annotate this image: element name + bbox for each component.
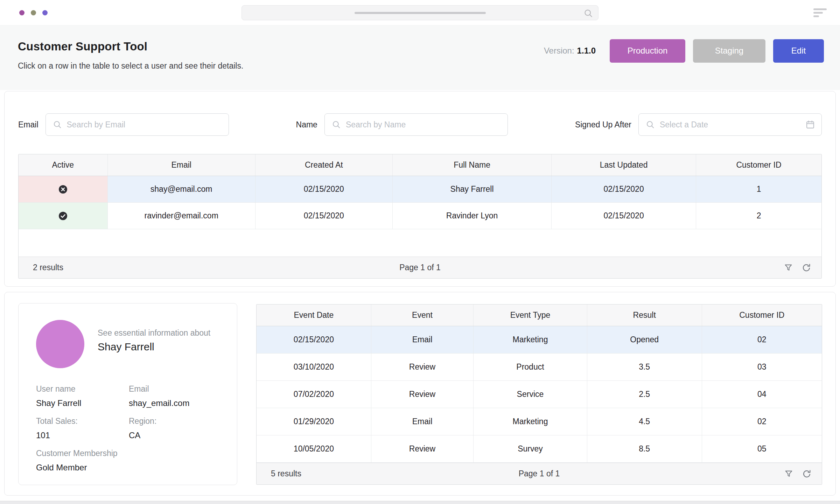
page-indicator: Page 1 of 1 [19, 263, 821, 272]
cell-active [19, 203, 108, 229]
date-input[interactable] [660, 120, 800, 130]
cell-result: 2.5 [587, 381, 702, 408]
field-label: Region: [129, 416, 223, 426]
user-card-name: Shay Farrell [98, 341, 210, 353]
email-search-input[interactable] [67, 120, 222, 130]
events-table-header: Event Date Event Event Type Result Custo… [257, 304, 822, 326]
table-row[interactable]: 07/02/2020 Review Service 2.5 04 [257, 381, 822, 408]
cell-event: Review [371, 354, 474, 380]
staging-button[interactable]: Staging [693, 39, 765, 63]
search-icon[interactable] [583, 8, 593, 18]
field-value: shay_email.com [129, 398, 223, 408]
column-header-active[interactable]: Active [19, 154, 108, 176]
cell-full-name: Shay Farrell [393, 176, 552, 202]
window-control-dot[interactable] [42, 10, 48, 15]
cell-email: ravinder@email.com [108, 203, 255, 229]
cell-customer-id: 04 [702, 381, 822, 408]
refresh-icon[interactable] [802, 263, 811, 272]
table-row[interactable]: 10/05/2020 Review Survey 8.5 05 [257, 435, 822, 463]
table-row[interactable]: ravinder@email.com 02/15/2020 Ravinder L… [19, 203, 821, 229]
users-table-header: Active Email Created At Full Name Last U… [19, 154, 821, 176]
edit-button[interactable]: Edit [773, 39, 824, 63]
layout-menu-icon[interactable] [813, 8, 827, 17]
field-total-sales: Total Sales: 101 [36, 416, 129, 440]
user-card-intro: See essential information about [98, 328, 210, 338]
cell-result: Opened [587, 326, 702, 353]
user-card-intro-block: See essential information about Shay Far… [98, 328, 210, 368]
browser-address-bar[interactable] [241, 5, 598, 20]
cell-event: Email [371, 408, 474, 435]
cell-event: Email [371, 326, 474, 353]
avatar [36, 320, 84, 368]
cell-active [19, 176, 108, 202]
search-icon [332, 120, 341, 129]
column-header-last-updated[interactable]: Last Updated [552, 154, 696, 176]
cell-customer-id: 1 [696, 176, 821, 202]
field-label: Email [129, 384, 223, 394]
screen: Customer Support Tool Click on a row in … [0, 0, 840, 504]
events-table: Event Date Event Event Type Result Custo… [256, 304, 822, 485]
cell-customer-id: 02 [702, 408, 822, 435]
column-header-event-date[interactable]: Event Date [257, 304, 371, 326]
cell-last-updated: 02/15/2020 [552, 203, 696, 229]
table-row[interactable]: 01/29/2020 Email Marketing 4.5 02 [257, 408, 822, 435]
filter-icon[interactable] [784, 263, 793, 272]
cell-customer-id: 05 [702, 435, 822, 462]
column-header-created-at[interactable]: Created At [255, 154, 393, 176]
user-details-grid: User name Shay Farrell Email shay_email.… [36, 384, 223, 472]
app-header: Customer Support Tool Click on a row in … [0, 26, 840, 90]
field-value: CA [129, 430, 223, 440]
column-header-full-name[interactable]: Full Name [393, 154, 552, 176]
name-filter: Name [296, 113, 508, 136]
column-header-result[interactable]: Result [587, 304, 702, 326]
cell-result: 4.5 [587, 408, 702, 435]
column-header-customer-id[interactable]: Customer ID [702, 304, 822, 326]
check-circle-icon [58, 211, 68, 221]
page-subtitle: Click on a row in the table to select a … [18, 61, 243, 71]
filter-icon[interactable] [784, 469, 793, 478]
table-empty-area [19, 229, 821, 257]
cell-result: 8.5 [587, 435, 702, 462]
column-header-email[interactable]: Email [108, 154, 255, 176]
refresh-icon[interactable] [802, 469, 811, 478]
field-membership: Customer Membership Gold Member [36, 449, 223, 472]
column-header-customer-id[interactable]: Customer ID [696, 154, 821, 176]
window-control-dot[interactable] [19, 10, 24, 15]
header-actions: Version:1.1.0 Production Staging Edit [544, 39, 824, 63]
email-filter: Email [18, 113, 229, 136]
field-label: User name [36, 384, 129, 394]
field-value: Gold Member [36, 463, 223, 472]
filters-row: Email Name [18, 113, 822, 136]
name-search-input[interactable] [346, 120, 501, 130]
cell-event-date: 07/02/2020 [257, 381, 371, 408]
cell-event-date: 10/05/2020 [257, 435, 371, 462]
date-search-box[interactable] [638, 113, 822, 136]
name-search-box[interactable] [324, 113, 508, 136]
cell-last-updated: 02/15/2020 [552, 176, 696, 202]
column-header-event[interactable]: Event [371, 304, 474, 326]
table-row[interactable]: 03/10/2020 Review Product 3.5 03 [257, 354, 822, 381]
cell-email: shay@email.com [108, 176, 255, 202]
email-search-box[interactable] [46, 113, 229, 136]
cell-event-type: Service [474, 381, 587, 408]
details-panel: See essential information about Shay Far… [4, 292, 836, 496]
cell-customer-id: 2 [696, 203, 821, 229]
page-bottom-edge [0, 501, 840, 504]
field-value: Shay Farrell [36, 398, 129, 408]
menu-bar [813, 12, 823, 14]
menu-bar [813, 15, 819, 17]
production-button[interactable]: Production [610, 39, 685, 63]
users-table: Active Email Created At Full Name Last U… [18, 154, 822, 279]
table-row[interactable]: 02/15/2020 Email Marketing Opened 02 [257, 326, 822, 354]
header-titles: Customer Support Tool Click on a row in … [18, 39, 243, 71]
table-row[interactable]: shay@email.com 02/15/2020 Shay Farrell 0… [19, 176, 821, 203]
user-card-top: See essential information about Shay Far… [36, 320, 223, 368]
column-header-event-type[interactable]: Event Type [474, 304, 587, 326]
window-control-dot[interactable] [31, 10, 36, 15]
page-title: Customer Support Tool [18, 39, 243, 54]
users-table-footer: Page 1 of 1 2 results [19, 257, 821, 278]
field-label: Total Sales: [36, 416, 129, 426]
cell-event: Review [371, 435, 474, 462]
calendar-icon[interactable] [805, 120, 815, 130]
cell-created-at: 02/15/2020 [255, 203, 393, 229]
